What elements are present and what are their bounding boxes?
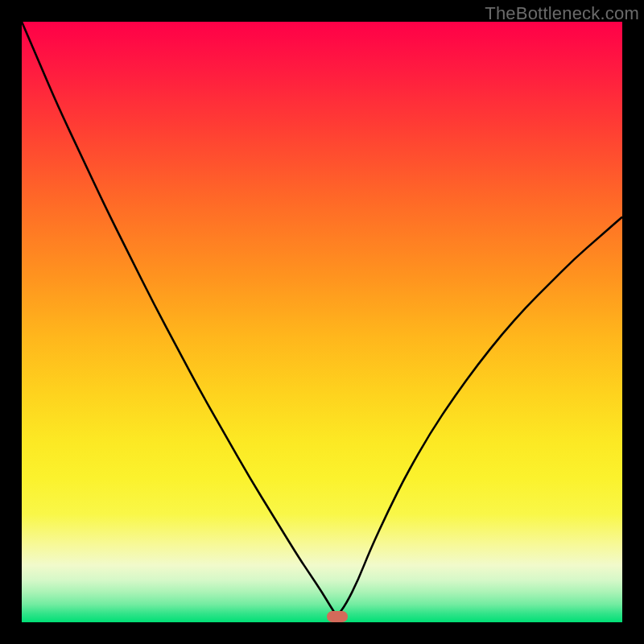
bottleneck-curve [22,22,622,622]
plot-area [22,22,622,622]
watermark-text: TheBottleneck.com [485,3,639,24]
curve-right-branch [337,217,622,616]
chart-frame: TheBottleneck.com [0,0,644,644]
curve-left-branch [22,22,337,617]
minimum-marker [327,611,348,622]
